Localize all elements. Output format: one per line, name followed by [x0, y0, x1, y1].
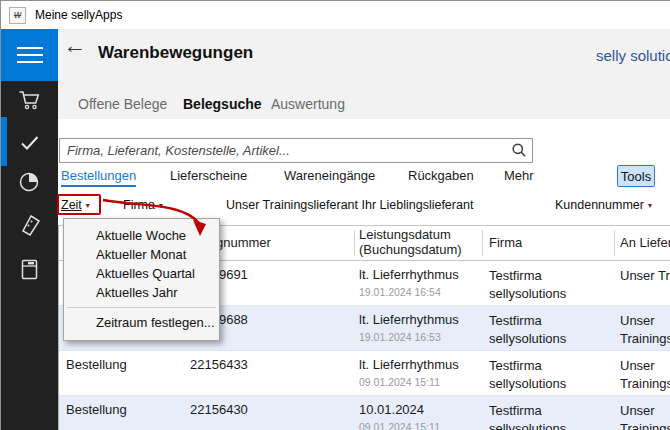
annotation-highlight-box	[57, 194, 101, 215]
search-input[interactable]	[59, 138, 533, 163]
cell-belegnummer: 22156430	[190, 402, 248, 417]
zeit-dropdown-menu: Aktuelle WocheAktueller MonatAktuelles Q…	[63, 218, 220, 341]
cell-buchungsdatum: 09.01.2024 15:11	[359, 421, 440, 430]
cell-leistungsdatum: lt. Lieferrhythmus	[359, 357, 459, 372]
filter-firma[interactable]: Firma▾	[123, 198, 163, 212]
app-logo-glyph: w	[14, 10, 21, 20]
cell-buchungsdatum: 09.01.2024 15:11	[359, 376, 440, 388]
menu-item-aktueller-monat[interactable]: Aktueller Monat	[64, 245, 219, 264]
column-header-firma[interactable]: Firma	[489, 235, 522, 250]
menu-item-aktuelle-woche[interactable]: Aktuelle Woche	[64, 226, 219, 245]
cell-leistungsdatum: 10.01.2024	[359, 402, 424, 417]
filter-kundennummer[interactable]: Kundennummer▾	[555, 198, 652, 212]
tab-offene-belege[interactable]: Offene Belege	[78, 96, 167, 112]
filter-firma-label: Firma	[123, 198, 155, 212]
table-row[interactable]: Bestellung2215643010.01.202409.01.2024 1…	[59, 396, 670, 430]
cell-firma: Testfirma sellysolutions	[489, 267, 594, 303]
tab-wareneingaenge[interactable]: Wareneingänge	[284, 168, 375, 183]
titlebar: w Meine sellyApps	[1, 1, 670, 29]
book-icon[interactable]	[16, 256, 43, 283]
column-header-leistungsdatum[interactable]: Leistungsdatum (Buchungsdatum)	[359, 227, 481, 257]
menu-item-zeitraum-festlegen[interactable]: Zeitraum festlegen...	[64, 313, 219, 332]
sidebar	[1, 29, 58, 430]
cell-firma: Testfirma sellysolutions	[489, 357, 594, 393]
cell-an-lieferant: UnserTrainingslieferant	[620, 312, 670, 348]
hamburger-icon	[17, 54, 43, 56]
column-separator	[354, 230, 355, 256]
search-box	[59, 138, 533, 163]
tab-mehr[interactable]: Mehr	[504, 168, 534, 183]
cell-an-lieferant: Unser Trainingslieferant	[620, 267, 670, 285]
column-separator	[482, 230, 483, 256]
menu-item-aktuelles-jahr[interactable]: Aktuelles Jahr	[64, 283, 219, 302]
cell-buchungsdatum: 19.01.2024 16:53	[359, 331, 441, 343]
filter-kundennummer-label: Kundennummer	[555, 198, 644, 212]
tab-belegsuche[interactable]: Belegsuche	[183, 96, 262, 112]
cell-belegart: Bestellung	[66, 402, 127, 417]
cell-leistungsdatum: lt. Lieferrhythmus	[359, 267, 459, 282]
cart-icon[interactable]	[16, 86, 43, 113]
tab-lieferscheine[interactable]: Lieferscheine	[170, 168, 247, 183]
brand-link[interactable]: selly solutions	[596, 47, 670, 64]
back-button[interactable]: ←	[63, 34, 86, 57]
sidebar-selected-indicator	[1, 117, 7, 166]
cell-buchungsdatum: 19.01.2024 16:54	[359, 286, 441, 298]
app-window: w Meine sellyApps	[0, 0, 670, 430]
pie-chart-icon[interactable]	[16, 168, 43, 195]
chevron-down-icon: ▾	[159, 201, 163, 210]
tab-bestellungen[interactable]: Bestellungen	[61, 168, 136, 187]
tab-rueckgaben[interactable]: Rückgaben	[408, 168, 474, 183]
cell-firma: Testfirma sellysolutions	[489, 312, 594, 348]
hamburger-icon	[17, 61, 43, 63]
column-header-an-lieferant[interactable]: An Lieferant	[620, 235, 670, 250]
checkmark-icon[interactable]	[16, 129, 43, 156]
tools-button[interactable]: Tools	[617, 165, 655, 187]
chevron-down-icon: ▾	[648, 201, 652, 210]
tag-icon[interactable]	[16, 212, 43, 239]
cell-belegnummer: 22156433	[190, 357, 248, 372]
cell-firma: Testfirma sellysolutions	[489, 402, 594, 430]
page-title: Warenbewegungen	[98, 43, 253, 63]
menu-separator	[67, 307, 216, 308]
table-row[interactable]: Bestellung22156433lt. Lieferrhythmus09.0…	[59, 351, 670, 396]
filter-lieferant[interactable]: Unser Trainingslieferant Ihr Lieblingsli…	[226, 198, 473, 212]
column-separator	[614, 230, 615, 256]
cell-belegart: Bestellung	[66, 357, 127, 372]
app-logo-icon: w	[9, 7, 26, 24]
tab-auswertung[interactable]: Auswertung	[271, 96, 345, 112]
cell-an-lieferant: UnserTrainingslieferant	[620, 402, 670, 430]
cell-an-lieferant: UnserTrainingslieferant	[620, 357, 670, 393]
menu-item-aktuelles-quartal[interactable]: Aktuelles Quartal	[64, 264, 219, 283]
window-title: Meine sellyApps	[35, 8, 122, 22]
search-icon[interactable]	[511, 142, 527, 158]
hamburger-icon	[17, 47, 43, 49]
hamburger-menu-button[interactable]	[1, 29, 58, 81]
cell-leistungsdatum: lt. Lieferrhythmus	[359, 312, 459, 327]
